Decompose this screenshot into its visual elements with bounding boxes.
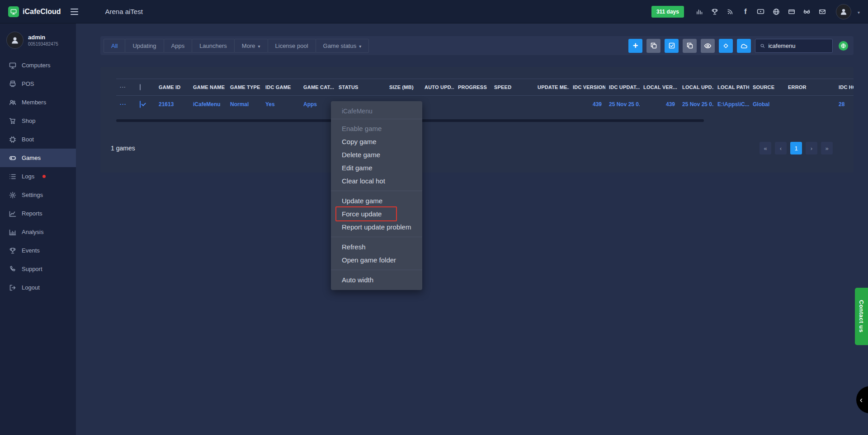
column-header-local-upd[interactable]: LOCAL UPD... — [679, 79, 714, 96]
facebook-icon[interactable] — [741, 7, 750, 16]
column-header-status[interactable]: STATUS — [335, 79, 386, 96]
sidebar-item-logout[interactable]: Logout — [0, 278, 76, 297]
column-header-idc-version[interactable]: IDC VERSION — [569, 79, 605, 96]
sidebar-item-events[interactable]: Events — [0, 241, 76, 260]
mail-icon[interactable] — [818, 7, 827, 16]
column-header-progress[interactable]: PROGRESS — [454, 79, 491, 96]
tab-more-dropdown[interactable]: More — [234, 39, 268, 53]
tab-license-pool[interactable]: License pool — [268, 39, 316, 53]
menu-item-copy-game[interactable]: Copy game — [331, 135, 422, 148]
sidebar-item-computers[interactable]: Computers — [0, 56, 76, 75]
youtube-icon[interactable] — [756, 7, 765, 16]
sidebar-item-support[interactable]: Support — [0, 260, 76, 278]
select-all-button[interactable] — [665, 39, 679, 53]
search-icon — [760, 43, 765, 49]
menu-item-enable-game: Enable game — [331, 122, 422, 135]
copy-button[interactable] — [646, 39, 660, 53]
preview-button[interactable] — [701, 39, 715, 53]
menu-item-auto-width[interactable]: Auto width — [331, 273, 422, 286]
menu-item-edit-game[interactable]: Edit game — [331, 161, 422, 174]
brand-name: iCafeCloud — [23, 8, 61, 16]
cell-progress — [454, 96, 491, 113]
tab-apps[interactable]: Apps — [164, 39, 193, 53]
column-header-update-me[interactable]: UPDATE ME... — [534, 79, 569, 96]
contact-us-button[interactable]: Contact us — [855, 288, 868, 345]
sidebar-item-members[interactable]: Members — [0, 93, 76, 112]
column-header-idc-updat[interactable]: IDC UPDAT... — [605, 79, 640, 96]
select-all-checkbox[interactable] — [140, 84, 141, 90]
duplicate-button[interactable] — [683, 39, 697, 53]
sidebar-item-reports[interactable]: Reports — [0, 204, 76, 223]
sidebar-item-pos[interactable]: POS — [0, 75, 76, 93]
menu-item-refresh[interactable]: Refresh — [331, 240, 422, 253]
cell-local-path: E:\Apps\iC... — [714, 96, 749, 113]
column-header-game-cat[interactable]: GAME CAT... — [300, 79, 335, 96]
menu-divider — [331, 237, 422, 237]
column-header-game-id[interactable]: GAME ID — [155, 79, 189, 96]
column-header-game-type[interactable]: GAME TYPE — [226, 79, 262, 96]
license-days-badge[interactable]: 311 days — [651, 6, 684, 18]
glasses-icon[interactable] — [802, 7, 811, 16]
column-header-source[interactable]: SOURCE — [749, 79, 784, 96]
eye-icon — [704, 42, 712, 50]
topbar-right: 311 days — [651, 4, 860, 19]
main-content: All Updating Apps Launchers More License… — [76, 23, 868, 435]
column-header-idc-ho[interactable]: IDC HO... — [835, 79, 854, 96]
tab-game-status-dropdown[interactable]: Game status — [316, 39, 369, 53]
globe-icon[interactable] — [772, 7, 781, 16]
cell-game-name: iCafeMenu — [189, 96, 226, 113]
menu-item-update-game[interactable]: Update game — [331, 194, 422, 207]
pagination-next[interactable]: › — [806, 142, 817, 154]
brand-logo[interactable]: iCafeCloud — [8, 6, 61, 17]
column-header-speed[interactable]: SPEED — [491, 79, 534, 96]
pos-terminal-icon — [9, 80, 16, 88]
sidebar-item-boot[interactable]: Boot — [0, 130, 76, 149]
column-header-local-ver[interactable]: LOCAL VER... — [640, 79, 679, 96]
pagination-last[interactable]: » — [821, 142, 833, 154]
tab-launchers[interactable]: Launchers — [192, 39, 235, 53]
user-avatar[interactable] — [836, 4, 851, 19]
tab-all[interactable]: All — [104, 39, 125, 53]
pagination: « ‹ 1 › » — [760, 142, 833, 154]
column-actions[interactable]: ··· — [116, 79, 136, 96]
pagination-page-1[interactable]: 1 — [790, 142, 802, 154]
column-header-local-path[interactable]: LOCAL PATH — [714, 79, 749, 96]
alert-dot — [42, 175, 46, 178]
card-icon[interactable] — [787, 7, 796, 16]
rss-icon[interactable] — [726, 7, 735, 16]
sidebar-item-analysis[interactable]: Analysis — [0, 223, 76, 241]
sidebar-item-label: Logout — [22, 284, 40, 291]
search-input[interactable] — [768, 42, 828, 49]
trophy-icon[interactable] — [710, 7, 719, 16]
column-header-auto-upd[interactable]: AUTO UPD... — [421, 79, 454, 96]
add-game-button[interactable]: + — [628, 39, 642, 53]
menu-item-clear-local-hot[interactable]: Clear local hot — [331, 174, 422, 187]
sidebar-item-label: Reports — [22, 210, 42, 217]
pagination-prev[interactable]: ‹ — [775, 142, 787, 154]
column-header-game-name[interactable]: GAME NAME — [189, 79, 226, 96]
hamburger-menu-icon[interactable] — [71, 5, 84, 19]
stats-icon[interactable] — [695, 7, 704, 16]
column-header-error[interactable]: ERROR — [784, 79, 835, 96]
table-row[interactable]: ··· 21613 iCafeMenu Normal Yes Apps 439 … — [116, 96, 854, 113]
filter-bar: All Updating Apps Launchers More License… — [100, 36, 854, 55]
cloud-upload-button[interactable] — [737, 39, 751, 53]
pagination-first[interactable]: « — [760, 142, 771, 154]
row-actions-icon[interactable]: ··· — [120, 101, 127, 108]
menu-item-open-game-folder[interactable]: Open game folder — [331, 253, 422, 267]
menu-item-report-update-problem[interactable]: Report update problem — [331, 220, 422, 234]
tab-updating[interactable]: Updating — [125, 39, 164, 53]
sidebar-item-games[interactable]: Games — [0, 149, 76, 167]
column-header-size[interactable]: SIZE (MB) — [386, 79, 421, 96]
column-select[interactable] — [136, 79, 155, 96]
menu-item-force-update[interactable]: Force update — [331, 207, 422, 220]
row-checkbox[interactable] — [140, 101, 141, 108]
column-header-idc-game[interactable]: IDC GAME — [262, 79, 300, 96]
steam-button[interactable] — [719, 39, 733, 53]
sidebar-item-settings[interactable]: Settings — [0, 186, 76, 204]
sidebar-item-logs[interactable]: Logs — [0, 167, 76, 186]
menu-item-delete-game[interactable]: Delete game — [331, 148, 422, 161]
sidebar-item-shop[interactable]: Shop — [0, 112, 76, 130]
chevron-down-icon[interactable] — [858, 8, 860, 16]
globe-green-icon[interactable] — [839, 41, 848, 51]
